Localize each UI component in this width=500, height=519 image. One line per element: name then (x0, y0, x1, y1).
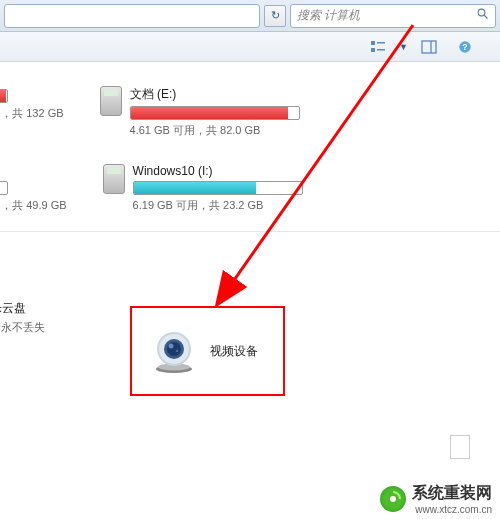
cloud-drive-sublabel: 簿永不丢失 (0, 320, 45, 335)
video-device-highlighted[interactable]: 视频设备 (130, 306, 285, 396)
refresh-button[interactable]: ↻ (264, 5, 286, 27)
refresh-icon: ↻ (271, 9, 280, 22)
page-corner-icon (450, 435, 470, 459)
drive-usage-bar (0, 89, 8, 103)
search-icon (477, 8, 489, 23)
hard-drive-icon (103, 164, 125, 194)
svg-rect-5 (377, 49, 385, 51)
svg-rect-2 (371, 41, 375, 45)
search-box[interactable]: 搜索 计算机 (290, 4, 496, 28)
address-bar[interactable] (4, 4, 260, 28)
svg-point-17 (176, 350, 179, 353)
watermark-url: www.xtcz.com.cn (415, 504, 492, 515)
drive-partial-left-2[interactable]: (H:) 3 可用，共 49.9 GB (0, 164, 67, 213)
drive-windows10-i[interactable]: Windows10 (I:) 6.19 GB 可用，共 23.2 GB (103, 164, 303, 213)
svg-point-21 (390, 496, 396, 502)
svg-rect-6 (422, 41, 436, 53)
svg-text:?: ? (462, 42, 467, 52)
drive-docs-e[interactable]: 文档 (E:) 4.61 GB 可用，共 82.0 GB (100, 86, 300, 138)
watermark-logo-icon (380, 486, 406, 512)
drive-stats: 6.19 GB 可用，共 23.2 GB (133, 198, 303, 213)
svg-point-15 (167, 342, 181, 356)
drive-partial-left-1[interactable]: 3 可用，共 132 GB (0, 86, 64, 138)
drive-label: 文档 (E:) (130, 86, 300, 103)
preview-pane-button[interactable] (414, 36, 444, 58)
svg-rect-4 (371, 48, 375, 52)
cloud-drive-label: 乐云盘 (0, 300, 45, 317)
webcam-icon (150, 327, 198, 375)
section-divider (0, 231, 500, 232)
svg-point-16 (169, 344, 174, 349)
drive-stats: 3 可用，共 132 GB (0, 106, 64, 121)
drive-usage-bar (130, 106, 300, 120)
svg-rect-3 (377, 42, 385, 44)
drive-bar-fill (0, 90, 6, 102)
drive-label: (H:) (0, 164, 67, 178)
watermark-title: 系统重装网 (412, 483, 492, 504)
drive-bar-fill (134, 182, 257, 194)
toolbar: ▼ ? (0, 32, 500, 62)
dropdown-arrow-icon[interactable]: ▼ (399, 42, 408, 52)
drive-stats: 3 可用，共 49.9 GB (0, 198, 67, 213)
search-placeholder: 搜索 计算机 (297, 7, 477, 24)
hard-drive-icon (100, 86, 122, 116)
cloud-drive-item[interactable]: 乐云盘 簿永不丢失 (0, 300, 45, 335)
svg-line-1 (484, 15, 487, 18)
video-device-label: 视频设备 (210, 343, 258, 360)
help-button[interactable]: ? (450, 36, 480, 58)
svg-point-0 (478, 9, 485, 16)
drive-row-2: (H:) 3 可用，共 49.9 GB Windows10 (I:) 6.19 … (0, 148, 500, 223)
drive-usage-bar (133, 181, 303, 195)
drive-row-1: 3 可用，共 132 GB 文档 (E:) 4.61 GB 可用，共 82.0 … (0, 70, 500, 148)
drive-usage-bar (0, 181, 8, 195)
drive-label: Windows10 (I:) (133, 164, 303, 178)
watermark: 系统重装网 www.xtcz.com.cn (380, 483, 492, 515)
drive-stats: 4.61 GB 可用，共 82.0 GB (130, 123, 300, 138)
view-options-button[interactable] (363, 36, 393, 58)
address-search-bar: ↻ 搜索 计算机 (0, 0, 500, 32)
drive-bar-fill (131, 107, 289, 119)
